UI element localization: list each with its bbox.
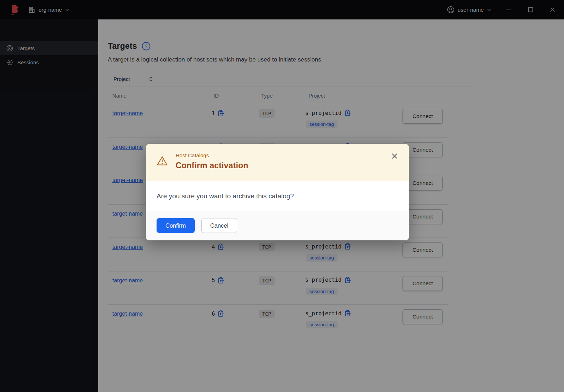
dialog-message: Are you sure you want to archive this ca… — [157, 192, 294, 200]
dialog-title: Confirm activation — [176, 161, 248, 170]
dialog-close-button[interactable] — [390, 152, 398, 160]
close-icon — [392, 153, 398, 159]
dialog-context-label: Host Catalogs — [176, 152, 248, 158]
dialog-body: Are you sure you want to archive this ca… — [146, 181, 409, 211]
cancel-button[interactable]: Cancel — [201, 218, 237, 233]
dialog-footer: Confirm Cancel — [146, 211, 409, 240]
warning-icon — [157, 156, 168, 166]
confirm-dialog: Host Catalogs Confirm activation Are you… — [146, 144, 409, 240]
dialog-header: Host Catalogs Confirm activation — [146, 144, 409, 181]
confirm-button[interactable]: Confirm — [157, 218, 195, 233]
